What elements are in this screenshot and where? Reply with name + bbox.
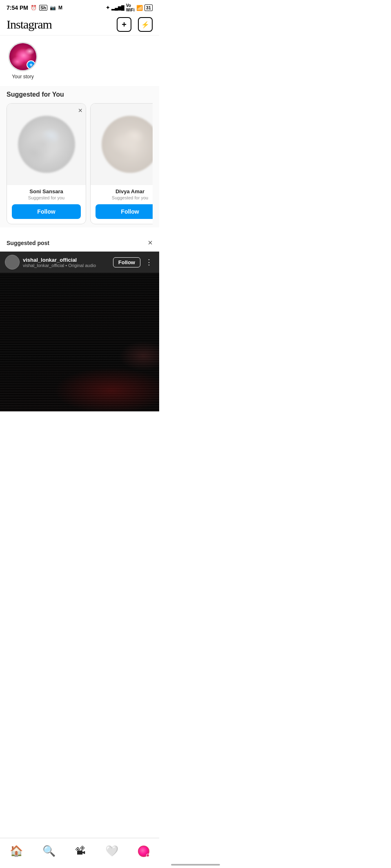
- card-user-info-2: Divya Amar Suggested for you: [91, 185, 153, 200]
- suggestion-card-1: × Soni Sansara Suggested for you Follow: [7, 103, 86, 224]
- suggested-post-label: Suggested post: [7, 240, 49, 246]
- status-time: 7:54 PM: [7, 4, 28, 11]
- alarm-icon: ⏰: [31, 5, 37, 11]
- card-sub-2: Suggested for you: [96, 195, 153, 200]
- suggested-post-close-button[interactable]: ×: [148, 238, 153, 247]
- instagram-status-icon: 📷: [50, 5, 56, 11]
- follow-button-1[interactable]: Follow: [12, 204, 81, 219]
- stories-section: + Your story: [0, 35, 159, 86]
- card-username-2: Divya Amar: [96, 188, 153, 194]
- post-more-button[interactable]: ⋮: [144, 258, 154, 267]
- post-audio-info: vishal_lonkar_official • Original audio: [23, 263, 113, 268]
- post-video-area: [0, 273, 159, 411]
- close-icon-1: ×: [78, 106, 82, 115]
- post-user-info: vishal_lonkar_official vishal_lonkar_off…: [23, 257, 113, 268]
- maps-icon: M: [58, 5, 62, 11]
- status-left: 7:54 PM ⏰ Sh 📷 M: [7, 4, 62, 11]
- close-x-icon: ×: [148, 238, 153, 247]
- app-header: Instagram + ⚡: [0, 14, 159, 35]
- add-post-button[interactable]: +: [117, 17, 131, 32]
- card-username-1: Soni Sansara: [12, 188, 81, 194]
- your-story-item[interactable]: + Your story: [7, 42, 39, 80]
- your-story-label: Your story: [12, 74, 34, 80]
- suggested-post-header: Suggested post ×: [0, 234, 159, 252]
- card-close-button-1[interactable]: ×: [78, 107, 82, 114]
- add-story-badge: +: [27, 60, 36, 69]
- card-avatar-blur-1: [18, 116, 75, 173]
- card-noise-1: [18, 116, 75, 173]
- card-avatar-blur-2: [102, 116, 153, 173]
- suggested-post-content: vishal_lonkar_official vishal_lonkar_off…: [0, 252, 159, 411]
- card-user-info-1: Soni Sansara Suggested for you: [7, 185, 86, 200]
- bluetooth-icon: ✦: [106, 5, 110, 11]
- instagram-logo: Instagram: [7, 18, 52, 31]
- card-sub-1: Suggested for you: [12, 195, 81, 200]
- suggested-cards-row: × Soni Sansara Suggested for you Follow: [7, 103, 153, 224]
- messenger-icon: ⚡: [141, 21, 149, 29]
- post-header-bar: vishal_lonkar_official vishal_lonkar_off…: [0, 252, 159, 273]
- follow-button-2[interactable]: Follow: [96, 204, 153, 219]
- header-actions: + ⚡: [117, 17, 153, 32]
- suggested-section-title: Suggested for You: [7, 91, 153, 98]
- post-username: vishal_lonkar_official: [23, 257, 113, 263]
- post-follow-button[interactable]: Follow: [113, 257, 140, 267]
- status-right: ✦ ▂▄▆█ VoWiFi 📶 31: [106, 3, 153, 12]
- messenger-button[interactable]: ⚡: [138, 17, 153, 32]
- post-user-avatar: [5, 255, 20, 269]
- status-bar: 7:54 PM ⏰ Sh 📷 M ✦ ▂▄▆█ VoWiFi 📶 31: [0, 0, 159, 14]
- card-avatar-area-2: [91, 104, 153, 185]
- card-noise-2: [102, 116, 153, 173]
- post-video-glitch-overlay: [0, 273, 159, 411]
- vo-wifi-icon: VoWiFi: [126, 3, 135, 12]
- suggested-for-you-section: Suggested for You × Soni Sansara Suggest…: [0, 86, 159, 227]
- wifi-icon: 📶: [136, 5, 143, 11]
- card-avatar-area-1: [7, 104, 86, 185]
- dh-icon: Sh: [39, 5, 47, 11]
- your-story-avatar: +: [8, 42, 38, 71]
- suggested-post-section: Suggested post × vishal_lonkar_official …: [0, 234, 159, 411]
- suggestion-card-2: Divya Amar Suggested for you Follow: [90, 103, 153, 224]
- plus-icon: +: [122, 20, 127, 29]
- signal-icon: ▂▄▆█: [111, 5, 124, 11]
- battery-icon: 31: [144, 4, 153, 11]
